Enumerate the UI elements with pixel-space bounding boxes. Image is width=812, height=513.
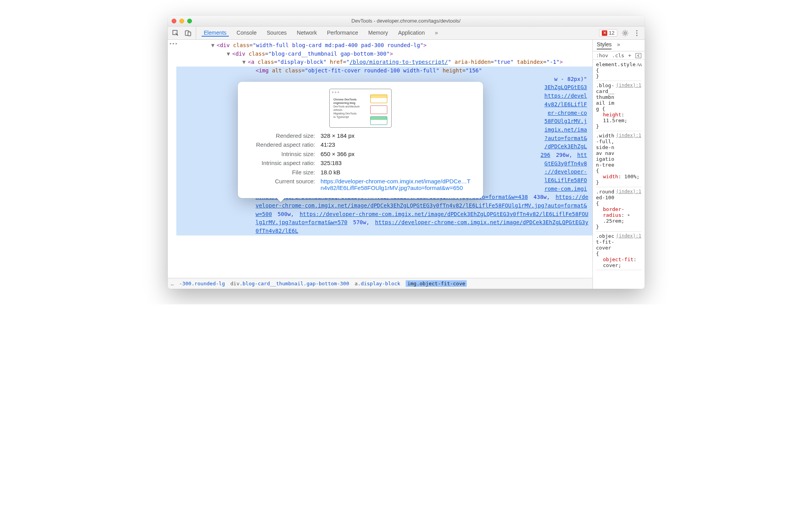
computed-toggle-icon[interactable] <box>635 53 642 58</box>
font-size-icon[interactable]: AA <box>636 61 642 68</box>
dom-node-div-thumb[interactable]: ▼<div class="blog-card__thumbnail gap-bo… <box>176 50 593 58</box>
file-size-label: File size: <box>247 169 315 176</box>
devtools-window: DevTools - developer.chrome.com/tags/dev… <box>168 16 645 289</box>
intrinsic-ar-label: Intrinsic aspect ratio: <box>247 160 315 167</box>
hov-toggle[interactable]: :hov <box>596 53 608 58</box>
style-rule[interactable]: .object-fit-cover {(index):1object-fit: … <box>596 232 641 270</box>
style-rules-list: element.style {AA}.blog-card__thumbnail … <box>593 60 644 270</box>
intrinsic-ar-value: 325∶183 <box>321 160 474 167</box>
image-info-tooltip: Chrome DevTools engineering blog DevTool… <box>238 82 483 198</box>
styles-overflow-icon[interactable]: » <box>617 41 620 49</box>
tab-console[interactable]: Console <box>234 30 259 37</box>
window-title: DevTools - developer.chrome.com/tags/dev… <box>168 18 645 24</box>
dom-panel: ▼<div class="width-full blog-card md:pad… <box>168 40 593 289</box>
rule-source-link[interactable]: (index):1 <box>616 189 641 194</box>
tab-application[interactable]: Application <box>396 30 427 37</box>
tab-network[interactable]: Network <box>295 30 319 37</box>
kebab-icon[interactable] <box>633 29 641 37</box>
dom-node-a[interactable]: ▼<a class="display-block" href="/blog/mi… <box>176 58 593 67</box>
rendered-size-value: 328 × 184 px <box>321 132 474 139</box>
device-toggle-icon[interactable] <box>184 29 192 37</box>
crumb-selected[interactable]: img.object-fit-cove <box>406 280 467 287</box>
crumb-3[interactable]: a.display-block <box>355 281 400 286</box>
style-rule[interactable]: element.style {AA} <box>596 60 641 81</box>
crumb-overflow-icon[interactable]: … <box>171 281 174 286</box>
main-toolbar: Elements Console Sources Network Perform… <box>168 26 645 40</box>
titlebar: DevTools - developer.chrome.com/tags/dev… <box>168 16 645 26</box>
styles-tab[interactable]: Styles <box>597 41 612 49</box>
gutter-overflow-icon: ••• <box>169 40 178 48</box>
svg-rect-7 <box>636 53 641 58</box>
tab-elements[interactable]: Elements <box>202 30 229 37</box>
current-source-value[interactable]: https://developer-chrome-com.imgix.net/i… <box>321 178 474 191</box>
styles-panel: Styles » :hov .cls + element.style {AA}.… <box>592 40 644 289</box>
style-rule[interactable]: .width-full, side-nav navigation-tree {(… <box>596 131 641 187</box>
tab-memory[interactable]: Memory <box>366 30 390 37</box>
svg-point-5 <box>636 32 637 33</box>
dom-breadcrumbs: … -300.rounded-lg div.blog-card__thumbna… <box>168 278 593 289</box>
error-badge[interactable]: ✕ 12 <box>599 29 617 37</box>
intrinsic-size-value: 650 × 366 px <box>321 151 474 157</box>
crumb-2[interactable]: div.blog-card__thumbnail.gap-bottom-300 <box>230 281 349 286</box>
dom-node-div-outer[interactable]: ▼<div class="width-full blog-card md:pad… <box>176 41 593 50</box>
panel-tabs: Elements Console Sources Network Perform… <box>196 30 596 37</box>
crumb-1[interactable]: -300.rounded-lg <box>179 281 225 286</box>
current-source-label: Current source: <box>247 178 315 191</box>
rendered-ar-value: 41∶23 <box>321 141 474 148</box>
intrinsic-size-label: Intrinsic size: <box>247 151 315 157</box>
settings-icon[interactable] <box>621 29 629 37</box>
new-rule-button[interactable]: + <box>628 53 631 58</box>
error-icon: ✕ <box>602 30 607 36</box>
svg-point-6 <box>636 35 637 36</box>
rule-source-link[interactable]: (index):1 <box>616 133 641 138</box>
svg-point-3 <box>624 32 626 34</box>
tab-performance[interactable]: Performance <box>325 30 360 37</box>
rendered-ar-label: Rendered aspect ratio: <box>247 141 315 148</box>
svg-point-4 <box>636 30 637 31</box>
cls-toggle[interactable]: .cls <box>612 53 624 58</box>
main-split: ▼<div class="width-full blog-card md:pad… <box>168 40 645 289</box>
rendered-size-label: Rendered size: <box>247 132 315 139</box>
rule-source-link[interactable]: (index):1 <box>616 233 641 239</box>
tooltip-thumbnail: Chrome DevTools engineering blog DevTool… <box>329 89 392 128</box>
tab-sources[interactable]: Sources <box>264 30 289 37</box>
rule-source-link[interactable]: (index):1 <box>616 83 641 88</box>
tabs-overflow-icon[interactable]: » <box>432 30 440 37</box>
error-count: 12 <box>609 30 614 36</box>
inspect-icon[interactable] <box>172 29 179 37</box>
style-rule[interactable]: .rounded-100 {(index):1border-radius: ▸ … <box>596 187 641 232</box>
href-link[interactable]: /blog/migrating-to-typescript/ <box>350 59 448 65</box>
svg-rect-2 <box>188 32 191 36</box>
style-rule[interactable]: .blog-card__thumbnail img {(index):1heig… <box>596 81 641 131</box>
file-size-value: 18.0 kB <box>321 169 474 176</box>
